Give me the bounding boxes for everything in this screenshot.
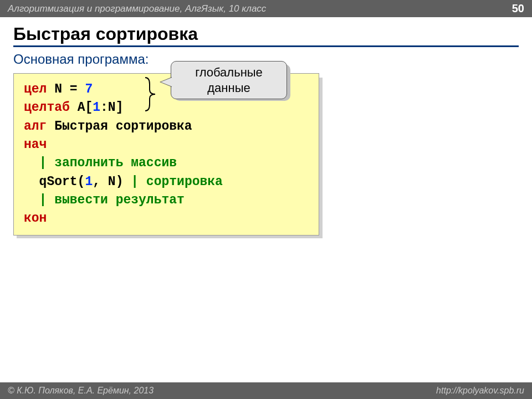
footer-bar: © К.Ю. Поляков, Е.А. Ерёмин, 2013 http:/… [0,382,532,399]
code-line-4: нач [24,136,309,154]
code-line-7: | вывести результат [24,191,309,209]
slide-title: Быстрая сортировка [13,24,519,47]
code-line-8: кон [24,209,309,228]
code-line-5: | заполнить массив [24,154,309,172]
callout-pointer [161,78,172,86]
callout-line2: данные [176,80,282,96]
code-line-6: qSort(1, N) | сортировка [24,173,309,191]
page-number: 50 [512,2,524,15]
code-line-2: целтаб A[1:N] [24,99,309,117]
course-title: Алгоритмизация и программирование, АлгЯз… [8,3,266,14]
code-line-3: алг Быстрая сортировка [24,117,309,136]
callout-line1: глобальные [176,65,282,80]
curly-bracket [144,76,157,112]
footer-url: http://kpolyakov.spb.ru [436,386,524,396]
footer-authors: © К.Ю. Поляков, Е.А. Ерёмин, 2013 [8,386,154,396]
callout-box: глобальные данные [171,61,287,99]
header-bar: Алгоритмизация и программирование, АлгЯз… [0,0,532,17]
